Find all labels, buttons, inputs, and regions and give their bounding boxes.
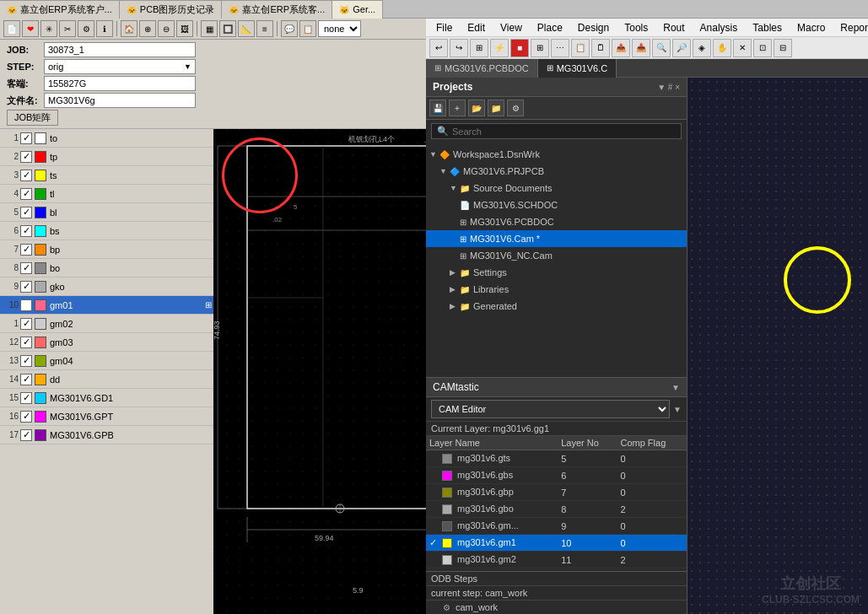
layer-checkbox-gm03[interactable]: ✓	[20, 337, 32, 348]
layer-checkbox-bs[interactable]: ✓	[20, 225, 32, 237]
menu-file[interactable]: File	[429, 20, 459, 35]
cam-layer-row-4[interactable]: ✓ mg301v6.gm... 9 0	[426, 518, 687, 535]
layer-checkbox-to[interactable]: ✓	[20, 132, 32, 144]
cam-layer-row-3[interactable]: ✓ mg301v6.gbo 8 2	[426, 501, 687, 518]
layer-item-tl[interactable]: 4 ✓ tl	[0, 185, 213, 203]
tree-settings[interactable]: ▶ 📁 Settings	[426, 264, 687, 281]
layer-checkbox-ts[interactable]: ✓	[20, 170, 32, 181]
layer-item-ts[interactable]: 3 ✓ ts	[0, 166, 213, 185]
rtb-r10[interactable]: 📤	[612, 39, 630, 57]
rtb-zoomin[interactable]: 🔍	[652, 39, 671, 57]
toolbar-btn-new[interactable]: 📄	[3, 20, 20, 37]
menu-analysis[interactable]: Analysis	[693, 20, 745, 35]
rtb-redo[interactable]: ↪	[450, 39, 468, 57]
toolbar-btn-home[interactable]: 🏠	[121, 20, 137, 37]
layer-checkbox-bl[interactable]: ✓	[20, 207, 32, 218]
layer-item-to[interactable]: 1 ✓ to	[0, 129, 213, 148]
panel-btn-newfolder[interactable]: 📁	[488, 100, 504, 116]
tab-1[interactable]: 🐱 PCB图形历史记录	[120, 0, 223, 19]
tree-schdoc[interactable]: 📄 MG301V6.SCHDOC	[426, 197, 687, 213]
layer-item-gm04[interactable]: 13 ✓ gm04	[0, 352, 213, 370]
rtb-pan[interactable]: ✋	[713, 39, 731, 57]
layer-checkbox-gm04[interactable]: ✓	[20, 355, 32, 367]
menu-tables[interactable]: Tables	[746, 20, 789, 35]
toolbar-btn-copy[interactable]: ⚙	[78, 20, 94, 37]
rtb-undo[interactable]: ↩	[429, 39, 448, 57]
layer-item-gm02[interactable]: 1 ✓ gm02	[0, 315, 213, 333]
layer-checkbox-MG301V6.GD1[interactable]: ✓	[20, 392, 32, 404]
search-input[interactable]	[452, 127, 676, 137]
tab-2[interactable]: 🐱 嘉立创ERP系统客...	[222, 0, 332, 19]
tree-libraries[interactable]: ▶ 📁 Libraries	[426, 281, 687, 298]
menu-edit[interactable]: Edit	[461, 20, 492, 35]
toolbar-btn-measure[interactable]: 📐	[238, 20, 255, 37]
layer-checkbox-tl[interactable]: ✓	[20, 188, 32, 200]
menu-macro[interactable]: Macro	[790, 20, 832, 35]
rtb-flash[interactable]: ⚡	[490, 39, 509, 57]
layer-item-gko[interactable]: 9 ✓ gko	[0, 277, 213, 296]
rtb-r5[interactable]: ■	[510, 39, 529, 57]
cam-layer-row-2[interactable]: ✓ mg301v6.gbp 7 0	[426, 484, 687, 501]
tree-pcbdoc[interactable]: ⊞ MG301V6.PCBDOC	[426, 213, 687, 230]
toolbar-btn-cut[interactable]: ✂	[59, 20, 76, 37]
layer-item-MG301V6.GPT[interactable]: 16 ✓ MG301V6.GPT	[0, 407, 213, 426]
toolbar-btn-info[interactable]: 📋	[299, 20, 316, 37]
layer-item-gm03[interactable]: 12 ✓ gm03	[0, 333, 213, 352]
layer-item-dd[interactable]: 14 ✓ dd	[0, 370, 213, 389]
layer-checkbox-tp[interactable]: ✓	[20, 151, 32, 163]
odb-item-0[interactable]: ⚙ cam_work	[426, 601, 687, 614]
toolbar-select[interactable]: none	[318, 20, 361, 37]
cam-layer-row-1[interactable]: ✓ mg301v6.gbs 6 0	[426, 467, 687, 484]
cam-layer-row-0[interactable]: ✓ mg301v6.gts 5 0	[426, 450, 687, 467]
menu-place[interactable]: Place	[531, 20, 569, 35]
rtb-r17[interactable]: ⊡	[753, 39, 772, 57]
menu-rout[interactable]: Rout	[656, 20, 691, 35]
tab-0[interactable]: 🐱 嘉立创ERP系统客户...	[0, 0, 120, 19]
layer-checkbox-MG301V6.GPB[interactable]: ✓	[20, 429, 32, 441]
job-matrix-btn[interactable]: JOB矩阵	[7, 110, 58, 126]
tree-source-docs[interactable]: ▼ 📁 Source Documents	[426, 180, 687, 197]
tree-cam[interactable]: ⊞ MG301V6.Cam *	[426, 230, 687, 247]
panel-btn-folder[interactable]: 📂	[468, 100, 485, 116]
menu-tools[interactable]: Tools	[617, 20, 655, 35]
tab-3[interactable]: 🐱 Ger...	[332, 0, 383, 19]
rtb-grid[interactable]: ⊞	[470, 39, 488, 57]
layer-checkbox-MG301V6.GPT[interactable]: ✓	[20, 411, 32, 423]
menu-design[interactable]: Design	[571, 20, 616, 35]
layer-table-container[interactable]: Layer Name Layer No Comp Flag ✓ mg301v6.…	[426, 436, 687, 571]
rtb-r11[interactable]: 📥	[632, 39, 650, 57]
toolbar-btn-open[interactable]: ❤	[22, 20, 39, 37]
panel-btn-settings[interactable]: ⚙	[507, 100, 524, 116]
layer-checkbox-dd[interactable]: ✓	[20, 374, 32, 385]
tree-project[interactable]: ▼ 🔷 MG301V6.PRJPCB	[426, 163, 687, 180]
layer-item-bs[interactable]: 6 ✓ bs	[0, 222, 213, 240]
layer-item-bl[interactable]: 5 ✓ bl	[0, 203, 213, 222]
rtb-zoomout[interactable]: 🔎	[672, 39, 691, 57]
toolbar-btn-grid[interactable]: ▦	[201, 20, 218, 37]
toolbar-btn-fit[interactable]: 🖼	[176, 20, 193, 37]
cam-layer-row-5[interactable]: ✓ mg301v6.gm1 10 0	[426, 535, 687, 552]
layer-item-bp[interactable]: 7 ✓ bp	[0, 240, 213, 259]
rtb-r7[interactable]: ⋯	[551, 39, 569, 57]
toolbar-btn-paste[interactable]: ℹ	[96, 20, 113, 37]
menu-reports[interactable]: Reports	[833, 20, 868, 35]
tree-nccam[interactable]: ⊞ MG301V6_NC.Cam	[426, 247, 687, 264]
rtb-r18[interactable]: ⊟	[774, 39, 792, 57]
layer-item-gm01[interactable]: 10 ✓ gm01 ⊞	[0, 296, 213, 315]
cam-editor-select[interactable]: CAM Editor	[431, 400, 670, 418]
layer-checkbox-bo[interactable]: ✓	[20, 262, 32, 274]
panel-btn-save[interactable]: 💾	[429, 100, 446, 116]
tree-generated[interactable]: ▶ 📁 Generated	[426, 298, 687, 315]
layer-checkbox-gm01[interactable]: ✓	[20, 299, 32, 311]
toolbar-btn-snap[interactable]: 🔲	[219, 20, 236, 37]
layer-checkbox-gm02[interactable]: ✓	[20, 318, 32, 330]
layer-checkbox-bp[interactable]: ✓	[20, 244, 32, 256]
layer-item-MG301V6.GPB[interactable]: 17 ✓ MG301V6.GPB	[0, 426, 213, 444]
layer-item-MG301V6.GD1[interactable]: 15 ✓ MG301V6.GD1	[0, 389, 213, 407]
toolbar-btn-save[interactable]: ✳	[40, 20, 57, 37]
rtb-r9[interactable]: 🗒	[591, 39, 610, 57]
menu-view[interactable]: View	[493, 20, 529, 35]
cam-layer-row-6[interactable]: ✓ mg301v6.gm2 11 2	[426, 552, 687, 568]
rtb-r16[interactable]: ✕	[733, 39, 752, 57]
toolbar-btn-zoomin[interactable]: ⊕	[139, 20, 156, 37]
